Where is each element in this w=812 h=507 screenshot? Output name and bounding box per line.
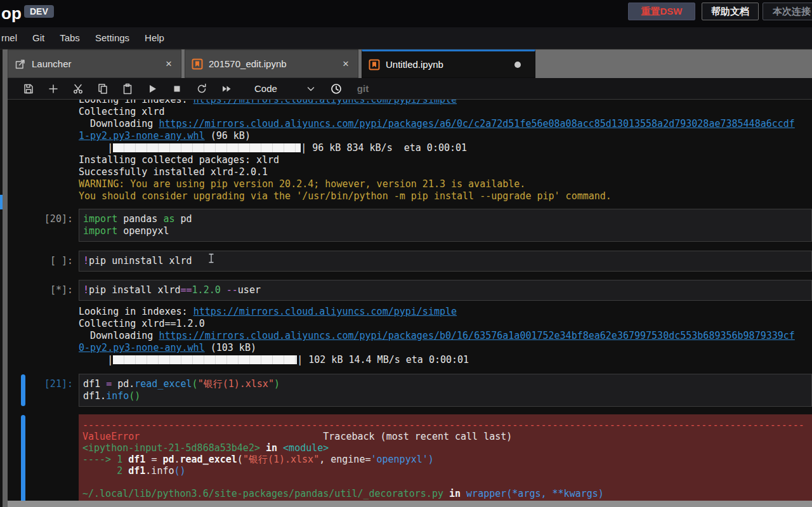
pip-progress-bar <box>113 143 301 152</box>
copy-cell-button[interactable] <box>97 83 108 95</box>
restart-kernel-button[interactable] <box>196 83 207 95</box>
cell-prompt <box>8 100 79 202</box>
error-output-valueerror: ----------------------------------------… <box>8 414 812 501</box>
cell-prompt: [*]: <box>8 280 79 301</box>
menu-git[interactable]: Git <box>25 27 52 49</box>
horizontal-scrollbar[interactable] <box>8 501 812 507</box>
text-line: 1-py2.py3-none-any.whl (96 kB) <box>79 130 812 142</box>
notebook-icon <box>369 59 380 70</box>
app-logo-text: op <box>1 4 22 23</box>
code-cell-editor[interactable]: !pip install xlrd==1.2.0 --user <box>79 280 812 301</box>
text-line: WARNING: You are using pip version 20.2.… <box>79 178 812 190</box>
code-cell-21: [21]:df1 = pd.read_excel("银行(1).xlsx")df… <box>8 374 812 407</box>
text-line: || 96 kB 834 kB/s eta 0:00:01 <box>79 142 812 154</box>
tab-launcher[interactable]: Launcher× <box>8 49 181 78</box>
add-cell-button[interactable] <box>48 83 59 95</box>
menu-kernel-clipped[interactable]: rnel <box>0 27 25 49</box>
text-line: You should consider upgrading via the '/… <box>79 190 812 202</box>
tab-label: Untitled.ipynb <box>386 59 443 70</box>
tab-label: 201570_edit.ipynb <box>209 58 287 69</box>
text-line: Downloading https://mirrors.cloud.aliyun… <box>79 118 812 130</box>
text-line: import openpyxl <box>83 225 808 237</box>
code-cell-running: [*]:!pip install xlrd==1.2.0 --user <box>8 280 812 301</box>
menu-settings[interactable]: Settings <box>88 27 137 49</box>
text-line <box>82 477 808 488</box>
save-button[interactable] <box>23 83 34 95</box>
cell-output: Looking in indexes: https://mirrors.clou… <box>79 100 812 202</box>
code-cell-editor[interactable]: import pandas as pdimport openpyxl <box>79 209 812 242</box>
notebook-toolbar: Code git <box>8 78 812 100</box>
cell-output: Looking in indexes: https://mirrors.clou… <box>79 306 812 366</box>
cell-prompt: [21]: <box>8 374 79 407</box>
output-pip-install-xlrd: Looking in indexes: https://mirrors.clou… <box>8 100 812 202</box>
tab-label: Launcher <box>32 58 72 69</box>
text-line: 2 df1.info() <box>82 465 808 477</box>
text-line: Collecting xlrd==1.2.0 <box>79 318 812 330</box>
text-line: Looking in indexes: https://mirrors.clou… <box>79 306 812 318</box>
code-cell-editor[interactable]: df1 = pd.read_excel("银行(1).xlsx")df1.inf… <box>79 374 812 407</box>
code-cell-20: [20]:import pandas as pdimport openpyxl <box>8 209 812 242</box>
text-line: Collecting xlrd <box>79 106 812 118</box>
cut-cell-button[interactable] <box>72 83 84 95</box>
jupyterlab-dsw-window: op DEV 重置DSW帮助文档本次连接 rnelGitTabsSettings… <box>0 0 812 507</box>
text-line: || 102 kB 14.4 MB/s eta 0:00:01 <box>79 354 812 366</box>
restart-run-all-button[interactable] <box>221 83 232 95</box>
text-line: df1 = pd.read_excel("银行(1).xlsx") <box>83 378 808 390</box>
cell-collapser-bar[interactable] <box>21 374 25 406</box>
tab-201570-edit-ipynb[interactable]: 201570_edit.ipynb× <box>185 49 358 78</box>
text-line: Successfully installed xlrd-2.0.1 <box>79 166 812 178</box>
text-line: df1.info() <box>83 390 808 402</box>
help-docs-button[interactable]: 帮助文档 <box>702 3 759 20</box>
text-line: ValueError Traceback (most recent call l… <box>82 431 808 442</box>
git-toolbar-label[interactable]: git <box>357 83 369 94</box>
text-line: Looking in indexes: https://mirrors.clou… <box>79 100 812 106</box>
text-line: Installing collected packages: xlrd <box>79 154 812 166</box>
cell-output: ----------------------------------------… <box>79 414 812 501</box>
notebook-icon <box>192 58 203 70</box>
unsaved-dot-icon[interactable] <box>512 59 523 70</box>
stop-button[interactable] <box>171 83 183 95</box>
paste-cell-button[interactable] <box>122 83 133 95</box>
text-line: ----------------------------------------… <box>82 419 808 431</box>
menu-help[interactable]: Help <box>137 27 172 49</box>
text-line: ~/.local/lib/python3.6/site-packages/pan… <box>82 488 808 499</box>
code-cell-editor[interactable]: !pip uninstall xlrd <box>79 251 812 272</box>
text-line: 0-py2.py3-none-any.whl (103 kB) <box>79 342 812 354</box>
cell-prompt: [ ]: <box>8 251 79 272</box>
text-line: !pip uninstall xlrd <box>83 255 808 267</box>
cell-collapser-bar[interactable] <box>21 415 25 501</box>
text-line: ----> 1 df1 = pd.read_excel("银行(1).xlsx"… <box>82 454 808 465</box>
close-tab-icon[interactable]: × <box>340 58 351 70</box>
tab-untitled-ipynb[interactable]: Untitled.ipynb <box>362 49 535 78</box>
current-connection-button[interactable]: 本次连接 <box>763 3 812 20</box>
run-button[interactable] <box>147 83 158 95</box>
chevron-down-icon[interactable] <box>305 83 317 95</box>
toolbar-buttons <box>23 83 246 95</box>
history-clock-icon[interactable] <box>331 83 342 95</box>
launcher-icon <box>15 58 26 70</box>
document-tab-bar: Launcher×201570_edit.ipynb×Untitled.ipyn… <box>8 49 812 78</box>
cell-prompt: [20]: <box>8 209 79 242</box>
top-app-bar: op DEV 重置DSW帮助文档本次连接 <box>0 0 812 27</box>
code-cell-empty: [ ]:!pip uninstall xlrd <box>8 251 812 272</box>
pip-progress-bar <box>113 355 297 364</box>
menu-bar: rnelGitTabsSettingsHelp <box>0 27 812 49</box>
close-tab-icon[interactable]: × <box>163 58 174 70</box>
text-line: import pandas as pd <box>83 213 808 225</box>
left-sidebar-strip[interactable] <box>3 49 8 507</box>
cell-prompt <box>8 306 79 366</box>
notebook-scroll-area[interactable]: Looking in indexes: https://mirrors.clou… <box>8 100 812 501</box>
cell-prompt <box>8 414 79 501</box>
reset-dsw-button[interactable]: 重置DSW <box>628 3 695 20</box>
notebook-cells: Looking in indexes: https://mirrors.clou… <box>8 100 812 501</box>
text-line: !pip install xlrd==1.2.0 --user <box>83 284 808 296</box>
mouse-text-cursor <box>207 253 215 264</box>
text-line: Downloading https://mirrors.cloud.aliyun… <box>79 330 812 342</box>
menu-tabs[interactable]: Tabs <box>52 27 88 49</box>
dev-environment-badge: DEV <box>24 5 54 18</box>
sidebar-active-indicator <box>0 195 3 209</box>
text-line: <ipython-input-21-5d868a53b4e2> in <modu… <box>82 442 808 454</box>
output-pip-install-xlrd-1-2-0: Looking in indexes: https://mirrors.clou… <box>8 306 812 366</box>
cell-type-select[interactable]: Code <box>254 83 277 94</box>
